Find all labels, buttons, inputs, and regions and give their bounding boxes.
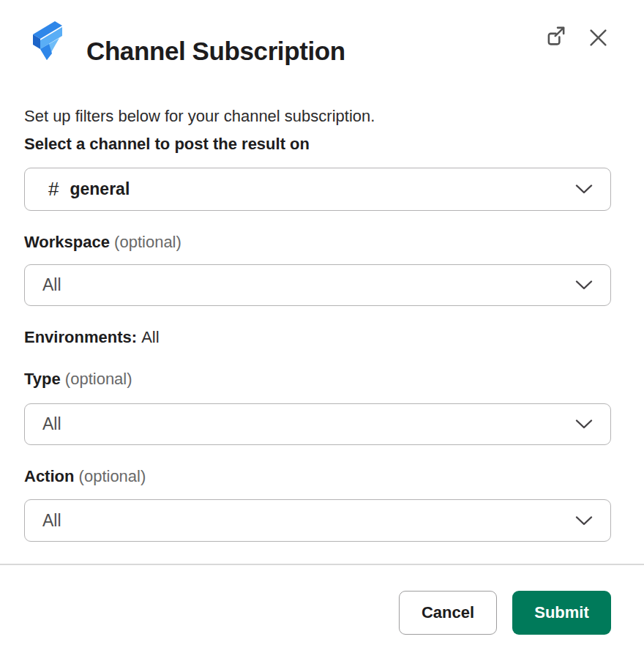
workspace-select-value: All	[42, 275, 61, 295]
action-select[interactable]: All	[24, 499, 611, 542]
open-external-button[interactable]	[543, 23, 568, 48]
environments-value: All	[141, 328, 159, 346]
action-field-label: Action (optional)	[24, 466, 146, 488]
footer-divider	[0, 564, 644, 565]
workspace-field-label: Workspace (optional)	[24, 231, 181, 253]
workspace-optional-tag: (optional)	[114, 233, 181, 251]
chevron-down-icon	[575, 280, 593, 291]
environments-line: Environments: All	[24, 326, 160, 348]
channel-select[interactable]: # general	[24, 168, 611, 211]
channel-field-label: Select a channel to post the result on	[24, 133, 310, 155]
channel-hash-icon: #	[48, 178, 59, 201]
type-optional-tag: (optional)	[65, 370, 132, 388]
channel-subscription-modal: Channel Subscription Set up filters belo…	[0, 0, 644, 653]
close-icon	[588, 28, 608, 48]
close-button[interactable]	[585, 25, 610, 50]
type-field-label: Type (optional)	[24, 368, 132, 390]
action-select-value: All	[42, 511, 61, 531]
type-select[interactable]: All	[24, 403, 611, 445]
type-select-value: All	[42, 414, 61, 434]
external-link-icon	[544, 25, 566, 47]
chevron-down-icon	[575, 184, 593, 195]
action-optional-tag: (optional)	[79, 467, 146, 485]
chevron-down-icon	[575, 515, 593, 526]
environments-label: Environments:	[24, 328, 137, 346]
app-logo-icon	[27, 15, 65, 61]
chevron-down-icon	[575, 419, 593, 430]
page-title: Channel Subscription	[86, 36, 345, 67]
submit-button[interactable]: Submit	[512, 591, 611, 635]
intro-text: Set up filters below for your channel su…	[24, 105, 375, 128]
channel-select-value: general	[70, 179, 130, 199]
workspace-select[interactable]: All	[24, 264, 611, 306]
cancel-button[interactable]: Cancel	[399, 591, 497, 635]
